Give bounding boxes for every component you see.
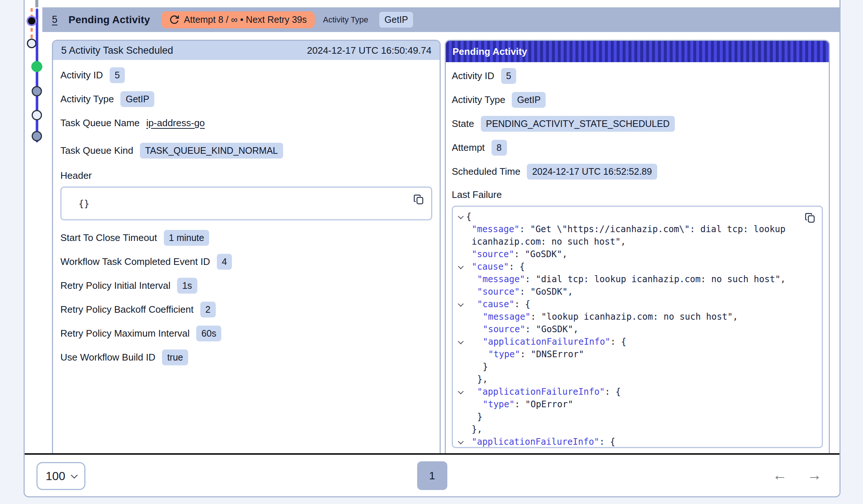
- chevron-spacer: [455, 411, 466, 423]
- json-line-text: "source": "GoSDK",: [466, 323, 803, 336]
- field-row: Attempt 8: [452, 139, 823, 156]
- json-line-text: "applicationFailureInfo": {: [466, 436, 803, 448]
- timeline-marker-event-2[interactable]: [32, 110, 42, 120]
- json-line: },: [455, 373, 803, 386]
- json-line-text: "cause": {: [466, 298, 803, 310]
- field-row: Workflow Task Completed Event ID 4: [60, 253, 432, 270]
- collapse-chevron-icon[interactable]: [455, 210, 466, 223]
- activity-task-scheduled-card: 5 Activity Task Scheduled 2024-12-17 UTC…: [52, 40, 441, 453]
- json-line: "message": "lookup icanhazip.com: no suc…: [455, 310, 803, 323]
- field-row: Retry Policy Maximum Interval 60s: [60, 325, 432, 342]
- field-row: Task Queue Name ip-address-go: [60, 114, 432, 131]
- copy-button[interactable]: [803, 211, 817, 224]
- field-label: Task Queue Name: [60, 117, 140, 129]
- timeline-marker-event-1[interactable]: [32, 86, 42, 96]
- collapse-chevron-icon[interactable]: [455, 298, 466, 310]
- field-label: Workflow Task Completed Event ID: [60, 256, 210, 267]
- next-page-arrow-icon[interactable]: →: [807, 468, 822, 482]
- json-line: "source": "GoSDK",: [455, 323, 803, 336]
- field-label: State: [452, 118, 474, 129]
- scheduled-card-timestamp: 2024-12-17 UTC 16:50:49.74: [307, 45, 432, 56]
- copy-button[interactable]: [412, 193, 425, 206]
- json-line-text: "applicationFailureInfo": {: [466, 386, 803, 398]
- collapse-chevron-icon[interactable]: [455, 336, 466, 348]
- timeline-marker-completed[interactable]: [31, 61, 42, 72]
- chevron-spacer: [455, 273, 466, 285]
- json-line-text: "source": "GoSDK",: [466, 285, 803, 298]
- previous-page-arrow-icon[interactable]: ←: [772, 468, 787, 482]
- chevron-spacer: [455, 423, 466, 436]
- page: 5 Pending Activity Attempt 8 / ∞ • Next …: [0, 0, 863, 504]
- pending-card-body: Activity ID 5 Activity Type GetIP State …: [446, 62, 829, 453]
- field-value-badge: TASK_QUEUE_KIND_NORMAL: [140, 143, 283, 159]
- page-number-button[interactable]: 1: [417, 461, 447, 490]
- json-line: "source": "GoSDK",: [455, 285, 803, 298]
- event-detail-area: 5 Activity Task Scheduled 2024-12-17 UTC…: [25, 32, 839, 453]
- pagination-bar: 100 1 ← →: [25, 455, 839, 495]
- pending-card-title: Pending Activity: [452, 46, 527, 57]
- field-label: Activity Type: [452, 94, 505, 106]
- retry-badge-text: Attempt 8 / ∞ • Next Retry 39s: [184, 14, 307, 25]
- field-value-badge: true: [162, 349, 188, 365]
- json-line: "cause": {: [455, 298, 803, 310]
- field-value-badge: 1s: [177, 278, 197, 294]
- pending-activity-card: Pending Activity Activity ID 5 Activity …: [445, 40, 830, 453]
- field-value-badge: 8: [492, 140, 507, 156]
- json-line: "type": "OpError": [455, 398, 803, 411]
- collapse-chevron-icon[interactable]: [455, 260, 466, 273]
- chevron-spacer: [455, 223, 466, 235]
- field-row: Task Queue Kind TASK_QUEUE_KIND_NORMAL: [60, 142, 432, 159]
- timeline-marker-event-3[interactable]: [32, 131, 42, 141]
- json-viewer: {"message": "Get \"https://icanhazip.com…: [455, 210, 803, 448]
- chevron-spacer: [455, 373, 466, 386]
- task-queue-link[interactable]: ip-address-go: [146, 117, 205, 129]
- field-row: State PENDING_ACTIVITY_STATE_SCHEDULED: [452, 115, 823, 132]
- retry-badge: Attempt 8 / ∞ • Next Retry 39s: [161, 11, 315, 28]
- event-id-link[interactable]: 5: [52, 14, 57, 25]
- event-history-panel: 5 Pending Activity Attempt 8 / ∞ • Next …: [24, 0, 841, 497]
- json-line: "applicationFailureInfo": {: [455, 436, 803, 448]
- field-value-badge: 4: [217, 254, 232, 270]
- scheduled-card-title: 5 Activity Task Scheduled: [61, 45, 173, 56]
- field-label: Scheduled Time: [452, 166, 520, 177]
- json-line-text: },: [466, 423, 803, 436]
- chevron-spacer: [455, 398, 466, 411]
- json-line: {: [455, 210, 803, 223]
- json-line: },: [455, 423, 803, 436]
- field-label: Task Queue Kind: [60, 145, 133, 156]
- timeline-line-current: [36, 8, 38, 142]
- field-row: Activity ID 5: [60, 67, 432, 84]
- field-label: Retry Policy Maximum Interval: [60, 328, 190, 339]
- field-value-badge: 60s: [196, 326, 221, 341]
- json-line-text: "message": "Get \"https://icanhazip.com\…: [466, 223, 803, 248]
- scheduled-card-body: Activity ID 5 Activity Type GetIP Task Q…: [53, 60, 440, 453]
- pager-arrows: ← →: [772, 455, 822, 495]
- field-row: Scheduled Time 2024-12-17 UTC 16:52:52.8…: [452, 163, 823, 180]
- json-line: "cause": {: [455, 260, 803, 273]
- json-line: "source": "GoSDK",: [455, 248, 803, 260]
- timeline-retry-dashed-line: [31, 8, 33, 43]
- chevron-spacer: [455, 310, 466, 323]
- json-line: "type": "DNSError": [455, 348, 803, 361]
- json-line-text: "applicationFailureInfo": {: [466, 336, 803, 348]
- json-line-text: }: [466, 411, 803, 423]
- chevron-spacer: [455, 248, 466, 260]
- json-line-text: "source": "GoSDK",: [466, 248, 803, 260]
- timeline-marker-scheduled[interactable]: [27, 39, 36, 48]
- json-line-text: {: [466, 210, 803, 223]
- field-label: Activity ID: [452, 70, 494, 82]
- field-row: Retry Policy Initial Interval 1s: [60, 277, 432, 294]
- field-row: Activity ID 5: [452, 67, 823, 84]
- timeline-marker-current[interactable]: [28, 17, 35, 25]
- state-badge: PENDING_ACTIVITY_STATE_SCHEDULED: [481, 116, 675, 132]
- page-size-select[interactable]: 100: [36, 462, 85, 490]
- collapse-chevron-icon[interactable]: [455, 436, 466, 448]
- json-line-text: "message": "lookup icanhazip.com: no suc…: [466, 310, 803, 323]
- previous-row-remnant: [25, 0, 839, 7]
- collapse-chevron-icon[interactable]: [455, 386, 466, 398]
- event-row-pending-activity[interactable]: 5 Pending Activity Attempt 8 / ∞ • Next …: [25, 7, 839, 32]
- field-value-badge: GetIP: [120, 91, 154, 107]
- field-label: Retry Policy Initial Interval: [60, 280, 170, 291]
- json-line: }: [455, 411, 803, 423]
- refresh-icon: [169, 15, 179, 25]
